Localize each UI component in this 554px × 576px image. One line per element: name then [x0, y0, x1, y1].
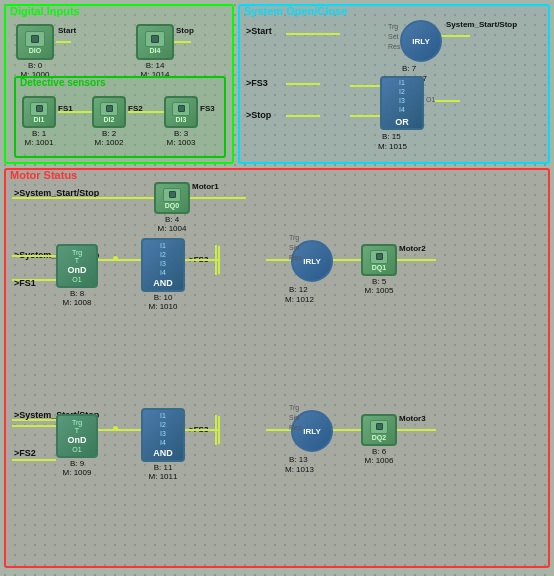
fs2-wire-label: >FS2: [14, 448, 36, 458]
fs3-wire-label-1: >FS3: [246, 78, 268, 88]
dq1-block: DQ1 B: 5 M: 1005: [361, 244, 397, 295]
wire-dot-2: [113, 426, 118, 431]
motor1-label: Motor1: [192, 182, 219, 191]
start-label: Start: [58, 26, 76, 35]
ond2-block: Trg T OnD O1 B: 9 M: 1009: [56, 414, 98, 477]
dq2-block: DQ2 B: 6 M: 1006: [361, 414, 397, 465]
ond1-block: Trg T OnD O1 B: 8 M: 1008: [56, 244, 98, 307]
fs3-output-label-1: >FS3: [189, 255, 208, 264]
fs1-wire-label: >FS1: [14, 278, 36, 288]
dio0-block: DIO B: 0 M: 1000: [16, 24, 54, 79]
fs1-connector-label: FS1: [58, 104, 73, 113]
detective-sensors-title: Detective sensors: [20, 77, 106, 88]
panel-digital-inputs: Digital Inputs DIO B: 0 M: 1000 Start DI…: [4, 4, 234, 164]
start-wire-label: >Start: [246, 26, 272, 36]
and1-block: I1 I2 I3 I4 AND B: 10 M: 1010: [141, 238, 185, 311]
motor-status-title: Motor Status: [10, 169, 77, 181]
di1-block: DI1 B: 1 M: 1001: [22, 96, 56, 147]
or1-m: M: 1015: [378, 142, 407, 151]
di3-block: DI3 B: 3 M: 1003: [164, 96, 198, 147]
stop-wire-label: >Stop: [246, 110, 271, 120]
fs2-connector-label: FS2: [128, 104, 143, 113]
motor-wires-2: [6, 170, 548, 566]
and2-block: I1 I2 I3 I4 AND B: 11 M: 1011: [141, 408, 185, 481]
system-open-close-title: System Open/Close: [244, 5, 347, 17]
motor-wires: [6, 170, 548, 566]
panel-motor-status: Motor Status >System_Star: [4, 168, 550, 568]
di2-block: DI2 B: 2 M: 1002: [92, 96, 126, 147]
dq0-block: DQ0 B: 4 M: 1004: [154, 182, 190, 233]
main-container: Digital Inputs DIO B: 0 M: 1000 Start DI…: [0, 0, 554, 576]
fs3-connector-label: FS3: [200, 104, 215, 113]
stop-label: Stop: [176, 26, 194, 35]
irly1-block: IRLY: [400, 20, 442, 62]
wire-dot-1: [113, 256, 118, 261]
fs3-output-label-2: >FS3: [189, 425, 208, 434]
system-start-stop-output-label: System_Start/Stop: [446, 20, 517, 29]
panel-system-open-close: System Open/Close >Start IRLY B: 7 M: 10…: [238, 4, 550, 164]
irly1-b: B: 7: [402, 64, 416, 73]
motor2-label: Motor2: [399, 244, 426, 253]
or1-b: B: 15: [382, 132, 401, 141]
di4-block: DI4 B: 14 M: 1014: [136, 24, 174, 79]
or1-block: I1 I2 I3 I4 OR: [380, 76, 424, 130]
motor3-label: Motor3: [399, 414, 426, 423]
digital-inputs-title: Digital Inputs: [10, 5, 80, 17]
panel-detective-sensors: Detective sensors DI1 B: 1 M: 1001 FS1: [14, 76, 226, 158]
sys-start-stop-1: >System_Start/Stop: [14, 188, 99, 198]
